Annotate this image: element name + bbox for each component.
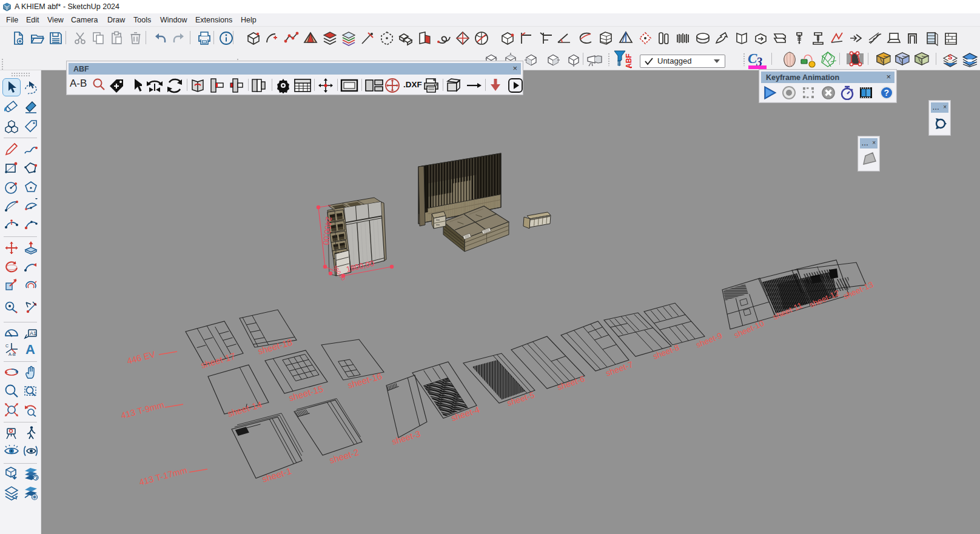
svg-text:A-B: A-B xyxy=(8,352,16,356)
svg-text:ABF: ABF xyxy=(625,53,633,68)
svg-text:C: C xyxy=(5,344,8,348)
svg-text:A1: A1 xyxy=(30,330,36,336)
svg-text:A: A xyxy=(25,342,35,357)
svg-text:?: ? xyxy=(884,88,890,98)
svg-text:S: S xyxy=(948,53,952,61)
